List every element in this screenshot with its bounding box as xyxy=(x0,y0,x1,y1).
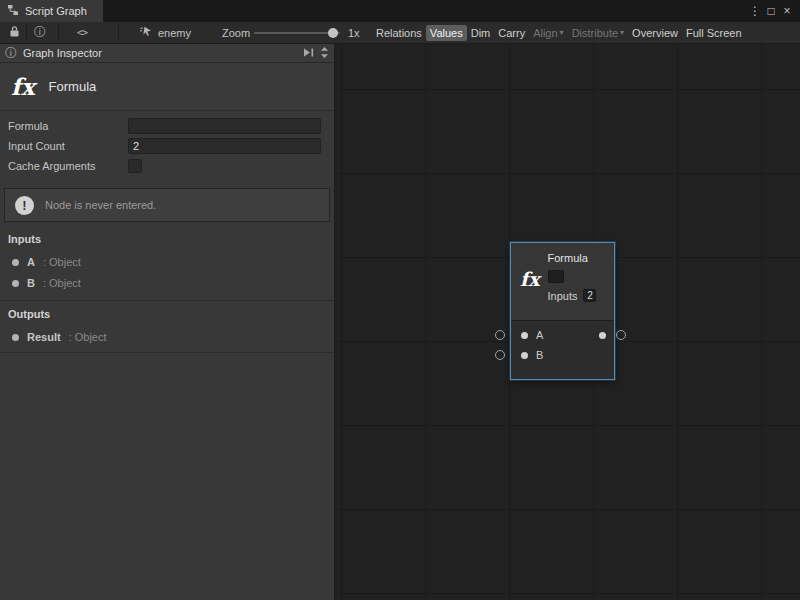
node-formula-input[interactable] xyxy=(548,270,564,283)
warning-text: Node is never entered. xyxy=(45,199,156,211)
cache-arguments-checkbox[interactable] xyxy=(128,159,142,173)
tab-label: Script Graph xyxy=(25,5,87,17)
port-dot-icon xyxy=(12,280,19,287)
formula-field-row: Formula xyxy=(0,118,334,136)
tab-bar: Script Graph ⋮ □ × xyxy=(0,0,800,22)
divider xyxy=(0,352,334,353)
formula-fx-icon: fx xyxy=(11,75,35,98)
node-title: Formula xyxy=(548,252,597,264)
cache-arguments-field-row: Cache Arguments xyxy=(0,158,334,176)
lock-icon xyxy=(9,25,20,40)
edit-script-button[interactable]: <> xyxy=(72,22,92,43)
graph-inspector-panel: ⓘ Graph Inspector fx Formula Formula xyxy=(0,44,335,600)
node-inputs-label: Inputs xyxy=(548,290,578,302)
outputs-section-header: Outputs xyxy=(8,308,50,320)
close-icon[interactable]: × xyxy=(779,0,795,22)
unit-title-block: fx Formula xyxy=(0,63,334,111)
graph-canvas[interactable]: fx Formula Inputs 2 A xyxy=(335,44,800,600)
tab-script-graph[interactable]: Script Graph xyxy=(0,0,103,22)
unity-window: Script Graph ⋮ □ × ⓘ <> xyxy=(0,0,800,600)
port-ring-result-icon[interactable] xyxy=(616,330,626,340)
node-input-count-stepper[interactable]: 2 xyxy=(583,289,596,302)
chevron-down-icon: ▾ xyxy=(620,29,624,37)
toolbar-separator xyxy=(26,24,27,41)
input-pin-row-a: A : Object xyxy=(0,253,334,271)
script-graph-icon xyxy=(7,4,19,18)
input-count-label: Input Count xyxy=(8,140,65,152)
port-ring-b-icon[interactable] xyxy=(495,350,505,360)
output-port-result-icon[interactable] xyxy=(599,332,606,339)
window-menu-icon[interactable]: ⋮ xyxy=(747,0,763,22)
inspector-title: Graph Inspector xyxy=(23,47,102,59)
toolbar-buttons: Relations Values Dim Carry Align ▾ Distr… xyxy=(372,22,800,43)
cache-arguments-label: Cache Arguments xyxy=(8,160,95,172)
info-icon: ⓘ xyxy=(5,45,17,62)
formula-fx-icon: fx xyxy=(520,270,540,289)
port-dot-icon xyxy=(12,259,19,266)
input-pin-row-b: B : Object xyxy=(0,274,334,292)
input-port-b-icon[interactable] xyxy=(521,352,528,359)
panel-scroll-arrows-icon[interactable] xyxy=(320,46,329,61)
formula-field-label: Formula xyxy=(8,120,48,132)
values-button[interactable]: Values xyxy=(426,25,467,41)
unit-title: Formula xyxy=(49,79,97,94)
inspector-toggle-button[interactable]: ⓘ xyxy=(30,22,50,43)
align-dropdown[interactable]: Align ▾ xyxy=(529,25,567,41)
graph-toolbar: ⓘ <> enemy Zoom 1x Relations Values Dim … xyxy=(0,22,800,44)
dock-panel-icon[interactable] xyxy=(303,47,314,59)
node-inputs-line: Inputs 2 xyxy=(548,289,597,302)
zoom-slider-knob[interactable] xyxy=(328,28,338,38)
zoom-value: 1x xyxy=(348,22,360,43)
input-port-a-icon[interactable] xyxy=(521,332,528,339)
code-icon: <> xyxy=(77,27,87,38)
lock-button[interactable] xyxy=(4,22,24,43)
port-row-b: B xyxy=(511,345,614,365)
graph-name: enemy xyxy=(158,27,191,39)
info-icon: ⓘ xyxy=(34,24,46,41)
graph-breadcrumb[interactable]: enemy xyxy=(140,22,191,43)
zoom-label: Zoom xyxy=(222,22,250,43)
input-count-field-row: Input Count 2 xyxy=(0,138,334,156)
port-ring-a-icon[interactable] xyxy=(495,330,505,340)
inspector-header: ⓘ Graph Inspector xyxy=(0,44,334,63)
formula-node-header: fx Formula Inputs 2 xyxy=(511,243,614,320)
formula-input[interactable] xyxy=(128,118,321,134)
maximize-icon[interactable]: □ xyxy=(763,0,779,22)
dim-button[interactable]: Dim xyxy=(467,25,495,41)
carry-button[interactable]: Carry xyxy=(494,25,529,41)
overview-button[interactable]: Overview xyxy=(628,25,682,41)
formula-node[interactable]: fx Formula Inputs 2 A xyxy=(510,242,615,380)
port-dot-icon xyxy=(12,334,19,341)
full-screen-button[interactable]: Full Screen xyxy=(682,25,746,41)
output-pin-row-result: Result : Object xyxy=(0,328,334,346)
zoom-slider[interactable] xyxy=(254,32,340,34)
window-controls: ⋮ □ × xyxy=(747,0,800,22)
node-ports: A B xyxy=(511,320,614,379)
distribute-dropdown[interactable]: Distribute ▾ xyxy=(568,25,628,41)
toolbar-separator xyxy=(118,24,119,41)
input-count-input[interactable]: 2 xyxy=(128,138,321,154)
toolbar-separator xyxy=(58,24,59,41)
relations-button[interactable]: Relations xyxy=(372,25,426,41)
warning-box: ! Node is never entered. xyxy=(4,188,330,222)
chevron-down-icon: ▾ xyxy=(560,29,564,37)
port-row-a: A xyxy=(511,325,614,345)
inputs-section-header: Inputs xyxy=(8,233,41,245)
warning-icon: ! xyxy=(15,196,34,215)
pointer-icon xyxy=(140,26,153,39)
divider xyxy=(0,300,334,301)
